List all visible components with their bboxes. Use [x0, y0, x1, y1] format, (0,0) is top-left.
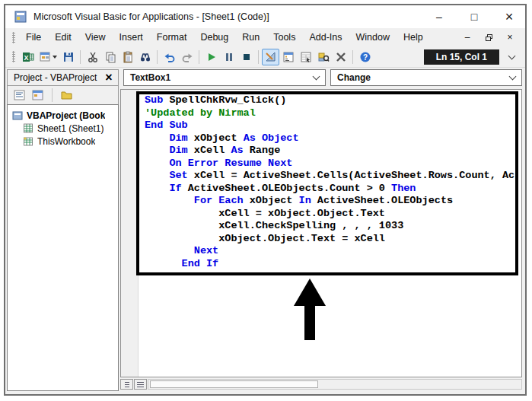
toolbox-icon	[335, 51, 347, 63]
insert-userform-button[interactable]	[37, 49, 59, 65]
project-explorer-button[interactable]	[279, 49, 297, 65]
toolbar-grip-icon[interactable]	[12, 51, 15, 62]
redo-button[interactable]	[178, 49, 196, 65]
properties-window-icon	[300, 51, 312, 63]
chevron-down-icon	[509, 73, 517, 81]
project-panel-close-button[interactable]: ×	[102, 71, 116, 84]
stop-icon	[241, 51, 253, 63]
find-icon	[139, 51, 151, 63]
break-button[interactable]	[220, 49, 237, 65]
tree-item-label: Sheet1 (Sheet1)	[37, 123, 104, 134]
scrollbar-thumb[interactable]	[150, 380, 318, 388]
svg-text:X: X	[24, 53, 28, 61]
toolbar-separator	[258, 50, 259, 64]
object-browser-button[interactable]	[314, 49, 332, 65]
procedure-view-icon	[125, 382, 129, 387]
undo-button[interactable]	[161, 49, 178, 65]
code-line: For Each xObject In ActiveSheet.OLEObjec…	[145, 195, 514, 208]
toolbar-overflow-button[interactable]	[505, 49, 518, 65]
menu-grip-icon[interactable]	[12, 32, 15, 43]
folder-icon	[61, 90, 72, 100]
code-line: End If	[145, 258, 514, 271]
view-code-button[interactable]	[12, 88, 27, 103]
paste-button[interactable]	[119, 49, 136, 65]
mdi-close-button[interactable]: ×	[502, 31, 518, 44]
code-editor[interactable]: Sub SpellChkRvw_Click()'Updated by Nirma…	[120, 89, 522, 377]
toolbar-separator	[80, 50, 81, 64]
editor-margin	[121, 90, 139, 377]
pause-icon	[223, 51, 235, 63]
cut-button[interactable]	[84, 49, 101, 65]
menu-item-edit[interactable]: Edit	[48, 30, 78, 45]
menu-item-view[interactable]: View	[78, 30, 113, 45]
menu-item-add-ins[interactable]: Add-Ins	[302, 30, 349, 45]
design-mode-icon	[265, 51, 277, 63]
standard-toolbar: X	[5, 46, 525, 68]
tree-item-vbaproject-book[interactable]: VBAProject (Book	[8, 109, 118, 122]
view-object-button[interactable]	[30, 88, 45, 103]
properties-window-button[interactable]	[297, 49, 314, 65]
copy-button[interactable]	[101, 49, 119, 65]
menu-item-debug[interactable]: Debug	[193, 30, 235, 45]
menu-items: FileEditViewInsertFormatDebugRunToolsAdd…	[19, 30, 430, 45]
reset-button[interactable]	[237, 49, 255, 65]
menu-item-window[interactable]: Window	[349, 30, 397, 45]
mdi-restore-button[interactable]	[481, 31, 496, 44]
excel-icon: X	[22, 51, 34, 63]
menu-item-insert[interactable]: Insert	[113, 30, 150, 45]
toolbar-separator	[52, 88, 53, 102]
cut-icon	[87, 51, 99, 63]
menu-item-run[interactable]: Run	[235, 30, 266, 45]
object-combobox-value: TextBox1	[130, 72, 170, 83]
maximize-button[interactable]: □	[463, 8, 486, 26]
copy-icon	[104, 51, 116, 63]
run-button[interactable]	[202, 49, 220, 65]
save-button[interactable]	[59, 49, 77, 65]
menu-item-help[interactable]: Help	[397, 30, 430, 45]
procedure-combobox[interactable]: Change	[330, 69, 522, 86]
toolbar-separator	[352, 50, 353, 64]
code-line: xObject.Object.Text = xCell	[145, 233, 514, 246]
menu-item-format[interactable]: Format	[150, 30, 194, 45]
close-button[interactable]: ×	[498, 8, 521, 26]
dropdown-arrow-icon	[53, 56, 57, 59]
toggle-folders-button[interactable]	[59, 88, 74, 103]
view-microsoft-excel-button[interactable]: X	[19, 49, 37, 65]
mdi-minimize-button[interactable]: –	[460, 31, 475, 44]
design-mode-button[interactable]	[262, 49, 279, 65]
window-title: Microsoft Visual Basic for Applications …	[33, 11, 269, 22]
sheet-icon	[23, 123, 35, 134]
horizontal-scrollbar[interactable]	[148, 379, 522, 390]
full-module-view-button[interactable]	[134, 379, 147, 390]
code-window: TextBox1 Change Sub SpellChkRvw_Click()'…	[120, 69, 522, 390]
code-line: Sub SpellChkRvw_Click()	[145, 94, 514, 107]
help-icon: ?	[359, 51, 371, 63]
view-code-icon	[14, 90, 25, 100]
code-line: On Error Resume Next	[145, 158, 514, 170]
minimize-button[interactable]: –	[428, 8, 451, 26]
menu-item-file[interactable]: File	[19, 30, 48, 45]
run-icon	[205, 51, 218, 63]
window-controls: – □ ×	[428, 8, 521, 26]
userform-icon	[39, 51, 51, 63]
tree-item-label: VBAProject (Book	[27, 110, 105, 121]
find-button[interactable]	[136, 49, 154, 65]
tree-item-label: ThisWorkbook	[37, 136, 95, 147]
chevron-down-icon	[313, 73, 320, 81]
tree-item-sheet1-sheet1[interactable]: Sheet1 (Sheet1)	[8, 122, 118, 135]
menu-item-tools[interactable]: Tools	[266, 30, 302, 45]
help-button[interactable]: ?	[356, 49, 374, 65]
code-line: xCell.CheckSpelling , , , 1033	[145, 220, 514, 233]
object-combobox[interactable]: TextBox1	[123, 69, 326, 86]
toolbar-separator	[199, 50, 199, 64]
toolbox-button[interactable]	[332, 49, 349, 65]
code-line: Dim xObject As Object	[145, 132, 514, 145]
code-line: Next	[145, 245, 514, 258]
code-text: Sub SpellChkRvw_Click()'Updated by Nirma…	[145, 94, 514, 270]
project-icon	[12, 110, 24, 121]
restore-icon	[486, 34, 492, 41]
procedure-view-button[interactable]	[120, 379, 133, 390]
vba-editor-window: Microsoft Visual Basic for Applications …	[4, 4, 527, 396]
tree-item-thisworkbook[interactable]: ThisWorkbook	[8, 135, 118, 148]
code-line: End Sub	[145, 119, 514, 132]
